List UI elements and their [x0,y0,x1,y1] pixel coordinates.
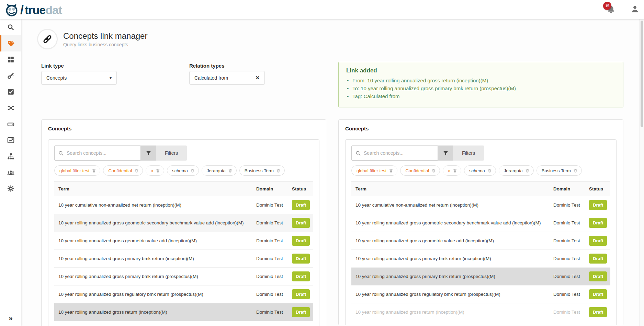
link-icon [43,34,52,44]
term-cell: 10 year cumulative non-annualized net re… [54,202,252,208]
notifications-button[interactable]: 15 [607,5,615,14]
filter-chip[interactable]: a [443,165,461,176]
sidebar-item-dashboard[interactable] [0,51,21,68]
trash-icon[interactable] [431,168,436,173]
filter-chip[interactable]: schema [167,165,199,176]
filter-chip[interactable]: schema [464,165,496,176]
scrollbar-thumb[interactable] [641,21,643,127]
status-badge: Draft [589,254,607,264]
filter-chips: global filter test Confidential a schema… [54,165,313,176]
status-cell: Draft [588,271,610,281]
table-row-selected[interactable]: 10 year rolling annualized gross return … [54,303,313,321]
status-badge: Draft [589,236,607,246]
domain-cell: Dominio Test [549,256,588,261]
user-menu-button[interactable] [631,5,639,15]
trash-icon[interactable] [276,168,281,173]
table-header: Term Domain Status [351,181,610,196]
status-badge: Draft [292,218,310,228]
status-badge: Draft [589,289,607,299]
sidebar-item-tasks[interactable] [0,84,21,100]
table-row[interactable]: 10 year rolling annualized gross regulat… [351,286,610,303]
table-row[interactable]: 10 year cumulative non-annualized net re… [351,196,610,214]
status-cell: Draft [291,200,313,210]
link-type-label: Link type [41,63,64,69]
filter-funnel-button[interactable] [141,145,156,161]
filter-chip[interactable]: Business Term [239,165,285,176]
column-status: Status [588,186,610,191]
status-badge: Draft [589,271,607,281]
table-row[interactable]: 10 year rolling annualized gross geometr… [54,232,313,250]
filter-chip[interactable]: global filter test [351,165,397,176]
table-row[interactable]: 10 year rolling annualized gross geometr… [54,214,313,232]
filters-toggle[interactable]: Filters [453,145,484,161]
status-cell: Draft [588,307,610,317]
table-row[interactable]: 10 year rolling annualized gross regulat… [54,286,313,303]
filter-chip[interactable]: Confidential [103,165,143,176]
trash-icon[interactable] [134,168,139,173]
table-row-selected[interactable]: 10 year rolling annualized gross primary… [351,268,610,286]
search-input[interactable] [364,150,434,156]
trash-icon[interactable] [156,168,160,173]
table-row[interactable]: 10 year cumulative non-annualized net re… [54,196,313,214]
domain-cell: Dominio Test [252,238,291,243]
owl-logo-icon [5,3,19,17]
topbar: / truedat 15 [0,0,644,19]
link-type-select[interactable]: Concepts ▾ [41,71,117,85]
column-term: Term [54,186,252,191]
close-icon[interactable]: ✕ [255,75,260,81]
term-cell: 10 year rolling annualized gross geometr… [54,220,252,225]
sidebar-item-hierarchy[interactable] [0,148,21,164]
term-cell: 10 year rolling annualized gross primary… [54,256,252,261]
domain-cell: Dominio Test [549,220,588,225]
page-scrollbar[interactable] [640,19,644,326]
chip-label: Jerarquía [504,168,523,173]
page-header: Concepts link manager Query links busine… [37,29,147,49]
search-input[interactable] [67,150,137,156]
filter-chip[interactable]: a [146,165,164,176]
trash-icon[interactable] [573,168,578,173]
sidebar-item-search[interactable] [0,19,21,35]
search-icon [7,24,14,31]
search-box [54,145,141,161]
status-cell: Draft [588,254,610,264]
chip-label: a [448,168,450,173]
table-row[interactable]: 10 year rolling annualized gross geometr… [351,232,610,250]
domain-cell: Dominio Test [549,202,588,208]
term-cell: 10 year rolling annualized gross primary… [351,256,549,261]
relation-types-select[interactable]: Calculated from ✕ [189,71,265,85]
filter-chip[interactable]: Business Term [536,165,582,176]
sidebar: » [0,19,21,326]
filters-toggle[interactable]: Filters [156,145,187,161]
sidebar-item-tags[interactable] [0,35,21,51]
filter-chip[interactable]: Jerarquía [499,165,534,176]
trash-icon[interactable] [228,168,233,173]
trash-icon[interactable] [92,168,96,173]
domain-cell: Dominio Test [252,274,291,279]
filter-chip[interactable]: Confidential [400,165,440,176]
sidebar-item-storage[interactable] [0,116,21,132]
status-cell: Draft [291,271,313,281]
filter-chip[interactable]: Jerarquía [202,165,237,176]
status-badge: Draft [589,218,607,228]
truedat-logo[interactable]: / truedat [5,3,62,17]
sidebar-item-users[interactable] [0,164,21,181]
sidebar-item-shuffle[interactable] [0,100,21,116]
trash-icon[interactable] [525,168,530,173]
concepts-panel-left: Concepts Filters global filter test Conf… [41,119,326,326]
sidebar-item-analytics[interactable] [0,132,21,148]
table-row[interactable]: 10 year rolling annualized gross primary… [54,250,313,268]
trash-icon[interactable] [389,168,393,173]
trash-icon[interactable] [453,168,457,173]
trash-icon[interactable] [487,168,492,173]
sidebar-collapse-button[interactable]: » [0,312,21,324]
column-domain: Domain [549,186,588,191]
sidebar-item-permissions[interactable] [0,68,21,84]
trash-icon[interactable] [190,168,195,173]
table-row[interactable]: 10 year rolling annualized gross primary… [351,250,610,268]
table-row[interactable]: 10 year rolling annualized gross primary… [54,268,313,286]
filter-chip[interactable]: global filter test [54,165,100,176]
sidebar-item-settings[interactable] [0,181,21,197]
table-row[interactable]: 10 year rolling annualized gross geometr… [351,214,610,232]
status-cell: Draft [588,218,610,228]
filter-funnel-button[interactable] [438,145,453,161]
